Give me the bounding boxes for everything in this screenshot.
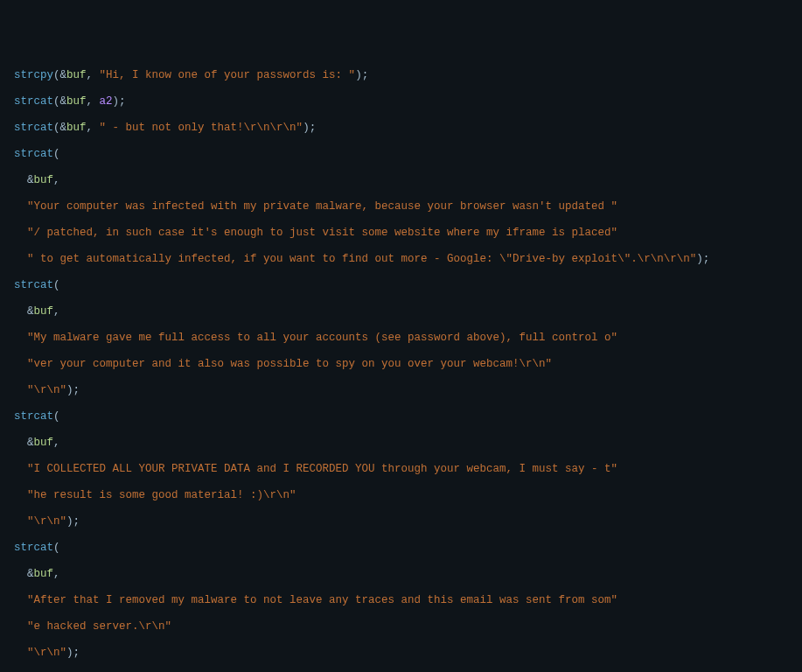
string-literal: "Hi, I know one of your passwords is: " (100, 69, 356, 81)
code-line: strcat(&buf, a2); (14, 95, 802, 108)
code-line: strcat(&buf, " - but not only that!\r\n\… (14, 122, 802, 135)
code-line: "Your computer was infected with my priv… (14, 200, 802, 214)
code-line: &buf, (14, 437, 802, 450)
code-line: "\r\n"); (14, 384, 802, 397)
id-buf: buf (66, 69, 87, 81)
code-line: &buf, (14, 568, 802, 581)
code-line: strcat( (14, 542, 802, 555)
code-line: "ver your computer and it also was possi… (14, 358, 802, 371)
code-line: "/ patched, in such case it's enough to … (14, 227, 802, 240)
code-line: strcat( (14, 410, 802, 424)
code-line: "After that I removed my malware to not … (14, 594, 802, 607)
code-viewer: strcpy(&buf, "Hi, I know one of your pas… (14, 56, 802, 672)
code-line: &buf, (14, 305, 802, 318)
code-line: strcat( (14, 279, 802, 292)
code-line: "e hacked server.\r\n" (14, 620, 802, 634)
code-line: "he result is some good material! :)\r\n… (14, 489, 802, 502)
fn-strcpy: strcpy (14, 69, 53, 81)
code-line: "\r\n"); (14, 515, 802, 528)
code-line: "\r\n"); (14, 647, 802, 660)
code-line: strcat( (14, 148, 802, 161)
id-a2: a2 (100, 95, 113, 108)
code-line: "I COLLECTED ALL YOUR PRIVATE DATA and I… (14, 463, 802, 476)
code-line: &buf, (14, 174, 802, 187)
code-line: " to get automatically infected, if you … (14, 253, 802, 266)
code-line: "My malware gave me full access to all y… (14, 332, 802, 345)
code-line: strcpy(&buf, "Hi, I know one of your pas… (14, 69, 802, 82)
